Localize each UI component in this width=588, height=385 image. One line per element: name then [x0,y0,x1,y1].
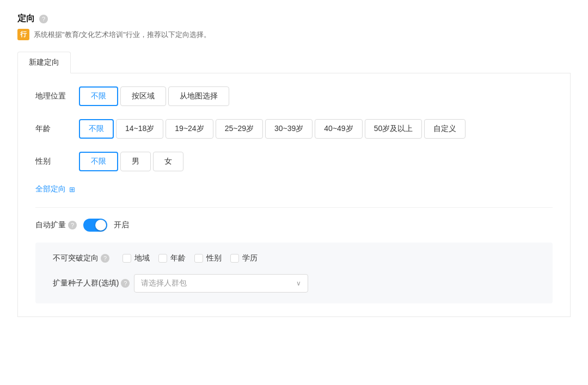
chevron-down-icon: ∨ [296,280,301,287]
auto-expand-row: 自动扩量 ? 开启 [35,219,553,232]
info-banner: 行 系统根据"教育/文化艺术培训"行业，推荐以下定向选择。 [17,29,571,40]
checkbox-age-label: 年龄 [170,253,186,263]
help-icon[interactable]: ? [39,15,48,23]
gender-option-unlimited[interactable]: 不限 [79,152,118,171]
checkbox-region-label: 地域 [134,253,150,263]
toggle-on-label: 开启 [114,220,129,230]
divider [35,207,553,208]
link-external-icon: ⊞ [69,185,75,194]
gender-option-male[interactable]: 男 [120,152,151,171]
checkbox-gender-label: 性别 [206,253,222,263]
age-option-unlimited[interactable]: 不限 [79,119,114,139]
geo-option-unlimited[interactable]: 不限 [79,86,118,106]
age-btn-group: 不限 14~18岁 19~24岁 25~29岁 30~39岁 40~49岁 50… [79,119,465,139]
checkbox-age[interactable]: 年龄 [158,253,186,263]
all-targeting-text: 全部定向 [35,184,66,194]
unbreakable-label: 不可突破定向 ? [53,253,118,263]
age-option-custom[interactable]: 自定义 [424,119,465,139]
unbreakable-checkbox-group: 地域 年龄 性别 学历 [122,253,258,263]
geo-btn-group: 不限 按区域 从地图选择 [79,86,229,106]
checkbox-gender-box [194,254,203,263]
age-option-25-29[interactable]: 25~29岁 [216,119,263,139]
seed-audience-help-icon[interactable]: ? [121,279,130,288]
age-row: 年龄 不限 14~18岁 19~24岁 25~29岁 30~39岁 40~49岁… [35,119,553,139]
auto-expand-label: 自动扩量 ? [35,220,77,230]
checkbox-gender[interactable]: 性别 [194,253,222,263]
gender-btn-group: 不限 男 女 [79,152,183,171]
gender-option-female[interactable]: 女 [153,152,183,171]
age-option-50-plus[interactable]: 50岁及以上 [365,119,422,139]
age-label: 年龄 [35,124,79,134]
unbreakable-row: 不可突破定向 ? 地域 年龄 性别 [53,253,535,263]
section-title-row: 定向 ? [17,13,571,24]
seed-audience-row: 扩量种子人群(选填) ? 请选择人群包 ∨ [53,274,535,293]
checkbox-education-box [230,254,239,263]
form-container: 地理位置 不限 按区域 从地图选择 年龄 不限 14~18岁 19~24岁 25… [17,73,571,317]
page-container: 定向 ? 行 系统根据"教育/文化艺术培训"行业，推荐以下定向选择。 新建定向 … [0,0,588,385]
tab-bar: 新建定向 [17,51,571,73]
gender-row: 性别 不限 男 女 [35,152,553,171]
tab-new-targeting[interactable]: 新建定向 [17,52,71,73]
checkbox-age-box [158,254,167,263]
age-option-30-39[interactable]: 30~39岁 [265,119,313,139]
age-option-19-24[interactable]: 19~24岁 [166,119,213,139]
gender-label: 性别 [35,157,79,166]
gray-panel: 不可突破定向 ? 地域 年龄 性别 [35,243,553,303]
info-badge: 行 [17,29,29,40]
checkbox-region-box [122,254,131,263]
checkbox-education-label: 学历 [242,253,258,263]
geo-row: 地理位置 不限 按区域 从地图选择 [35,86,553,106]
info-text: 系统根据"教育/文化艺术培训"行业，推荐以下定向选择。 [34,30,211,40]
section-title: 定向 [17,13,35,24]
geo-option-map[interactable]: 从地图选择 [168,86,229,106]
age-option-14-18[interactable]: 14~18岁 [116,119,163,139]
geo-option-region[interactable]: 按区域 [120,86,166,106]
checkbox-education[interactable]: 学历 [230,253,258,263]
checkbox-region[interactable]: 地域 [122,253,150,263]
seed-placeholder-text: 请选择人群包 [141,278,187,288]
unbreakable-help-icon[interactable]: ? [101,254,109,263]
seed-audience-select[interactable]: 请选择人群包 ∨ [134,274,308,293]
geo-label: 地理位置 [35,91,79,101]
age-option-40-49[interactable]: 40~49岁 [315,119,362,139]
auto-expand-help-icon[interactable]: ? [68,221,77,229]
seed-audience-label: 扩量种子人群(选填) ? [53,278,130,288]
all-targeting-link-row[interactable]: 全部定向 ⊞ [35,184,553,194]
auto-expand-toggle[interactable] [83,219,107,232]
